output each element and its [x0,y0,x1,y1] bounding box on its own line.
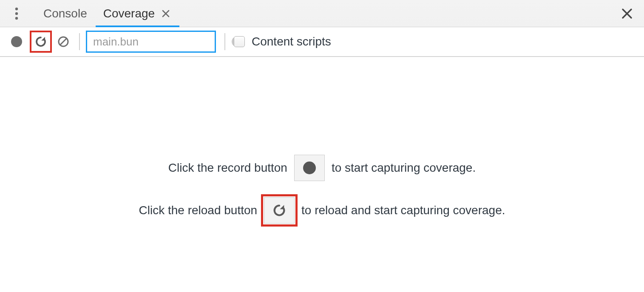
reload-button-inline[interactable] [264,197,295,224]
close-icon [621,8,633,19]
reload-hint-row: Click the reload button to reload and st… [139,197,505,224]
checkbox-icon [234,36,245,47]
record-hint-row: Click the record button to start capturi… [168,155,476,181]
reload-icon [34,35,47,48]
tab-label: Console [43,7,87,20]
content-scripts-toggle[interactable]: Content scripts [234,35,331,48]
clear-button[interactable] [54,33,72,51]
url-filter-input[interactable] [93,35,231,48]
hint-text: Click the record button [168,161,287,175]
hint-text: to start capturing coverage. [332,161,476,175]
close-tab-button[interactable] [161,9,171,19]
tab-coverage[interactable]: Coverage [96,0,179,27]
kebab-icon [15,7,18,20]
hint-text: to reload and start capturing coverage. [301,204,505,217]
more-tabs-button[interactable] [9,0,24,27]
record-button-inline[interactable] [294,155,325,181]
reload-button[interactable] [30,31,52,53]
svg-point-0 [15,7,18,10]
record-icon [11,36,22,47]
svg-point-2 [15,17,18,19]
toolbar-divider [79,33,80,50]
record-button[interactable] [8,33,26,51]
svg-point-1 [15,12,18,14]
svg-line-4 [60,38,67,45]
url-filter[interactable] [86,31,216,53]
coverage-empty-state: Click the record button to start capturi… [0,57,644,224]
close-drawer-button[interactable] [617,0,637,27]
content-scripts-label: Content scripts [252,35,331,48]
coverage-toolbar: Content scripts [0,27,644,57]
close-icon [162,10,170,17]
toolbar-divider [224,33,225,50]
reload-icon [272,203,287,218]
record-icon [303,162,316,174]
hint-text: Click the reload button [139,204,257,217]
tab-label: Coverage [103,7,155,20]
drawer-tab-bar: Console Coverage [0,0,644,27]
block-icon [57,35,70,48]
tab-console[interactable]: Console [36,0,96,27]
